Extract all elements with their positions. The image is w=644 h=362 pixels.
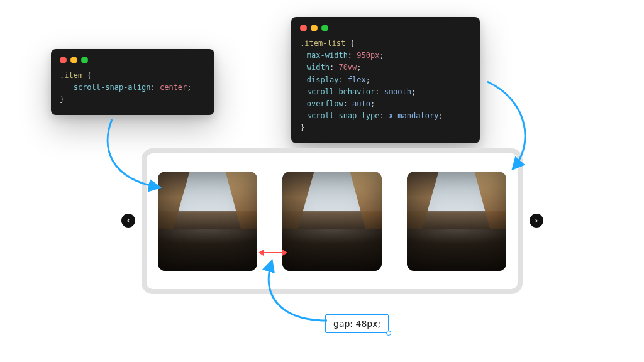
minimize-icon	[70, 57, 77, 63]
close-icon	[300, 25, 307, 31]
code-window-item-list: .item-list { max-width: 950px; width: 70…	[291, 17, 480, 143]
css-selector: .item-list	[300, 39, 345, 48]
css-value: center	[160, 83, 187, 92]
window-controls	[300, 25, 471, 31]
carousel-item[interactable]	[282, 172, 382, 271]
carousel-item[interactable]	[158, 172, 257, 271]
css-selector: .item	[60, 71, 82, 80]
carousel-item[interactable]	[407, 172, 506, 271]
zoom-icon	[321, 25, 328, 31]
css-property: scroll-snap-align	[74, 83, 151, 92]
chevron-right-icon: ›	[534, 216, 539, 225]
code-block-item: .item { scroll-snap-align: center; }	[60, 70, 206, 106]
carousel-item-list[interactable]	[142, 148, 523, 294]
minimize-icon	[311, 25, 318, 31]
carousel-prev-button[interactable]: ‹	[121, 214, 135, 228]
code-window-item: .item { scroll-snap-align: center; }	[51, 49, 214, 115]
chevron-left-icon: ‹	[126, 216, 131, 225]
gap-annotation-label: gap: 48px;	[325, 314, 389, 333]
carousel-next-button[interactable]: ›	[530, 214, 543, 228]
code-block-item-list: .item-list { max-width: 950px; width: 70…	[300, 38, 471, 134]
zoom-icon	[81, 57, 88, 63]
gap-size-indicator	[258, 248, 287, 257]
close-icon	[60, 57, 67, 63]
window-controls	[60, 57, 206, 63]
